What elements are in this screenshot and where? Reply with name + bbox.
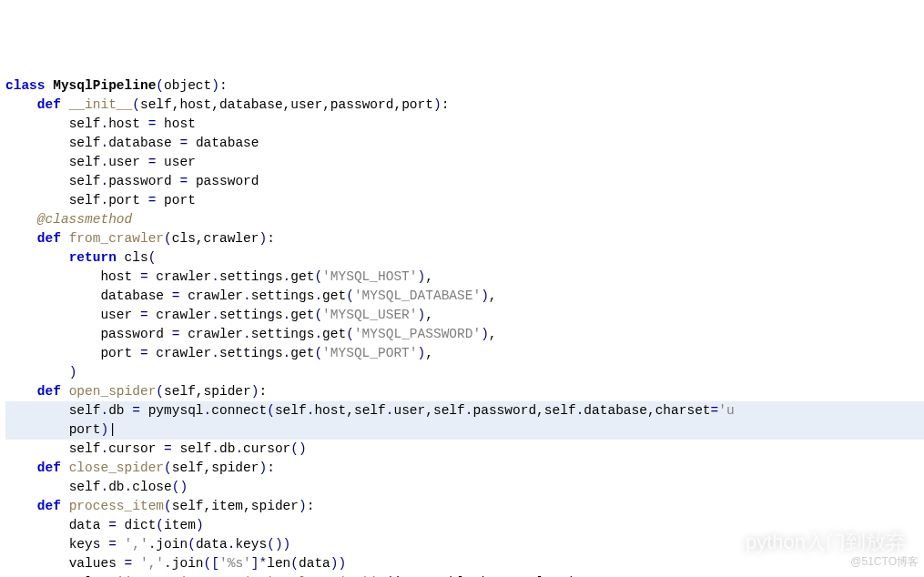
code-line: return cls( [5, 248, 924, 268]
code-line: host = crawler.settings.get('MYSQL_HOST'… [5, 268, 924, 287]
code-line: self.port = port [5, 191, 924, 210]
code-line: def process_item(self,item,spider): [5, 497, 924, 516]
code-line: port)| [5, 420, 924, 440]
code-line: class MysqlPipeline(object): [5, 76, 924, 96]
code-area: class MysqlPipeline(object): def __init_… [0, 76, 924, 577]
code-line: self.db.close() [5, 478, 924, 497]
code-line: self.database = database [5, 134, 924, 153]
code-line: ) [5, 363, 924, 382]
code-line: self.password = password [5, 172, 924, 191]
code-line: self.db = pymysql.connect(self.host,self… [5, 401, 924, 420]
code-line: data = dict(item) [5, 516, 924, 535]
code-line: self.host = host [5, 115, 924, 134]
code-line: def open_spider(self,spider): [5, 382, 924, 401]
code-line: database = crawler.settings.get('MYSQL_D… [5, 287, 924, 306]
code-line: def from_crawler(cls,crawler): [5, 229, 924, 248]
code-line: password = crawler.settings.get('MYSQL_P… [5, 325, 924, 344]
code-line: self.user = user [5, 153, 924, 172]
code-line: user = crawler.settings.get('MYSQL_USER'… [5, 306, 924, 325]
code-line: def close_spider(self,spider): [5, 459, 924, 478]
code-line: sql = 'insert into %s (%s) values (%s)'%… [5, 573, 924, 577]
code-line: keys = ','.join(data.keys()) [5, 535, 924, 554]
code-line: self.cursor = self.db.cursor() [5, 440, 924, 459]
code-line: values = ','.join(['%s']*len(data)) [5, 554, 924, 573]
code-line: port = crawler.settings.get('MYSQL_PORT'… [5, 344, 924, 363]
code-line: @classmethod [5, 210, 924, 229]
code-line: def __init__(self,host,database,user,pas… [5, 96, 924, 115]
